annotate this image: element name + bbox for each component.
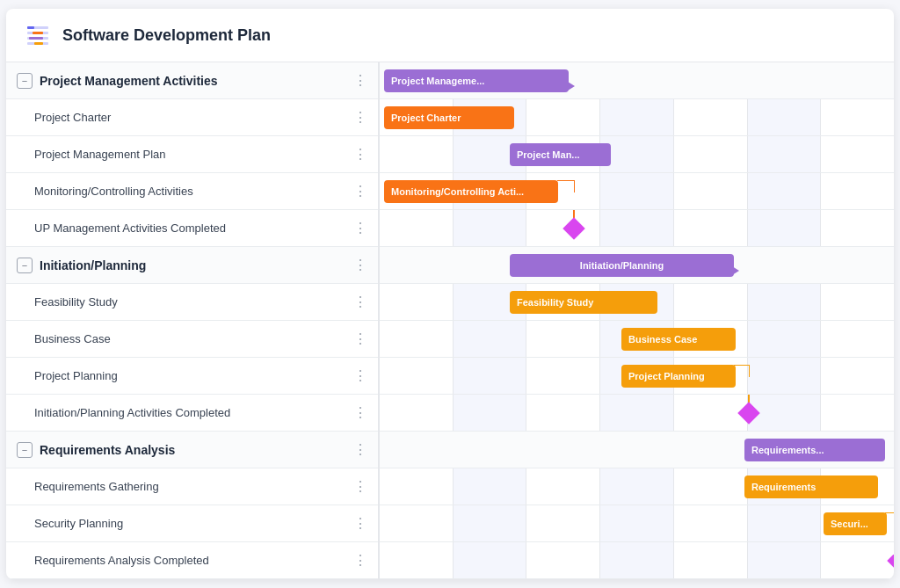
task-row-project-charter: Project Charter ⋮ bbox=[6, 99, 378, 136]
task-label-initiation-completed: Initiation/Planning Activities Completed bbox=[34, 406, 350, 419]
svg-rect-3 bbox=[33, 32, 43, 34]
bar-connector-initiation bbox=[732, 266, 739, 275]
bar-feasibility[interactable]: Feasibility Study bbox=[510, 291, 657, 314]
group-label-initiation: Initiation/Planning bbox=[40, 258, 350, 272]
dots-initiation[interactable]: ⋮ bbox=[350, 255, 371, 275]
task-row-initiation-completed: Initiation/Planning Activities Completed… bbox=[6, 395, 378, 432]
chart-row-feasibility: Feasibility Study bbox=[380, 284, 894, 321]
connector-project-planning bbox=[734, 365, 750, 377]
bar-connector-project-mgmt bbox=[568, 82, 575, 91]
chart-row-up-mgmt bbox=[380, 210, 894, 247]
dots-project-mgmt-plan[interactable]: ⋮ bbox=[350, 144, 371, 164]
task-row-security-planning: Security Planning ⋮ bbox=[6, 505, 378, 542]
dots-monitoring[interactable]: ⋮ bbox=[350, 181, 371, 201]
task-row-req-gathering: Requirements Gathering ⋮ bbox=[6, 468, 378, 505]
task-label-project-charter: Project Charter bbox=[34, 111, 350, 124]
chart-area: Project Manageme... Project Charter Proj… bbox=[380, 62, 894, 579]
task-row-business-case: Business Case ⋮ bbox=[6, 321, 378, 358]
task-row-project-mgmt-plan: Project Management Plan ⋮ bbox=[6, 136, 378, 173]
task-label-project-planning: Project Planning bbox=[34, 369, 350, 382]
bar-project-mgmt-plan[interactable]: Project Man... bbox=[510, 143, 611, 166]
milestone-up-mgmt bbox=[562, 217, 584, 239]
bar-initiation[interactable]: Initiation/Planning bbox=[510, 254, 734, 277]
bar-project-mgmt[interactable]: Project Manageme... bbox=[384, 69, 569, 92]
chart-row-requirements-group: Requirements... bbox=[380, 432, 894, 468]
task-label-security-planning: Security Planning bbox=[34, 517, 350, 530]
chart-row-req-gathering: Requirements bbox=[380, 468, 894, 505]
dots-security-planning[interactable]: ⋮ bbox=[350, 513, 371, 534]
chart-row-project-planning: Project Planning bbox=[380, 358, 894, 395]
chart-row-monitoring: Monitoring/Controlling Acti... bbox=[380, 173, 894, 210]
dots-project-charter[interactable]: ⋮ bbox=[350, 107, 371, 127]
dots-req-gathering[interactable]: ⋮ bbox=[350, 476, 371, 497]
task-list: − Project Management Activities ⋮ Projec… bbox=[6, 62, 380, 579]
connector-security-planning bbox=[885, 512, 894, 525]
dots-business-case[interactable]: ⋮ bbox=[350, 329, 371, 349]
collapse-btn-project-mgmt[interactable]: − bbox=[17, 73, 33, 89]
chart-row-project-mgmt-plan: Project Man... bbox=[380, 136, 894, 173]
svg-rect-5 bbox=[29, 37, 43, 40]
app-title: Software Development Plan bbox=[62, 26, 271, 45]
chart-row-security-planning: Securi... bbox=[380, 505, 894, 542]
dots-project-planning[interactable]: ⋮ bbox=[350, 366, 371, 386]
task-label-req-gathering: Requirements Gathering bbox=[34, 480, 350, 493]
group-row-project-mgmt: − Project Management Activities ⋮ bbox=[6, 62, 378, 99]
task-label-business-case: Business Case bbox=[34, 332, 350, 345]
task-row-req-completed: Requirements Analysis Completed ⋮ bbox=[6, 542, 378, 579]
dots-feasibility[interactable]: ⋮ bbox=[350, 292, 371, 312]
task-row-project-planning: Project Planning ⋮ bbox=[6, 358, 378, 395]
dots-req-completed[interactable]: ⋮ bbox=[350, 550, 371, 570]
dots-requirements[interactable]: ⋮ bbox=[350, 439, 371, 460]
bar-project-charter[interactable]: Project Charter bbox=[384, 106, 514, 129]
bar-monitoring[interactable]: Monitoring/Controlling Acti... bbox=[384, 180, 558, 203]
task-label-monitoring: Monitoring/Controlling Activities bbox=[34, 185, 350, 198]
chart-row-business-case: Business Case bbox=[380, 321, 894, 358]
task-label-project-mgmt-plan: Project Management Plan bbox=[34, 148, 350, 161]
chart-row-initiation-completed bbox=[380, 395, 894, 432]
bar-requirements[interactable]: Requirements... bbox=[744, 439, 885, 461]
group-label-project-mgmt: Project Management Activities bbox=[40, 74, 350, 88]
chart-row-project-mgmt-group: Project Manageme... bbox=[380, 62, 894, 99]
task-row-up-mgmt: UP Management Activities Completed ⋮ bbox=[6, 210, 378, 247]
task-row-feasibility: Feasibility Study ⋮ bbox=[6, 284, 378, 321]
group-row-initiation: − Initiation/Planning ⋮ bbox=[6, 247, 378, 284]
chart-row-project-charter: Project Charter bbox=[380, 99, 894, 136]
chart-row-initiation-group: Initiation/Planning bbox=[380, 247, 894, 284]
bar-req-gathering[interactable]: Requirements bbox=[744, 475, 878, 498]
dots-initiation-completed[interactable]: ⋮ bbox=[350, 403, 371, 423]
app-header: Software Development Plan bbox=[6, 9, 894, 62]
bar-project-planning[interactable]: Project Planning bbox=[621, 365, 736, 388]
dots-project-mgmt[interactable]: ⋮ bbox=[350, 70, 371, 91]
bar-business-case[interactable]: Business Case bbox=[621, 328, 736, 351]
connector-monitoring bbox=[557, 180, 575, 192]
collapse-btn-initiation[interactable]: − bbox=[17, 258, 33, 273]
chart-row-req-completed bbox=[380, 542, 894, 579]
milestone-req-completed bbox=[887, 549, 894, 571]
dots-up-mgmt[interactable]: ⋮ bbox=[350, 218, 371, 238]
task-label-req-completed: Requirements Analysis Completed bbox=[34, 554, 350, 567]
task-row-monitoring: Monitoring/Controlling Activities ⋮ bbox=[6, 173, 378, 210]
bar-security-planning[interactable]: Securi... bbox=[824, 512, 887, 535]
svg-rect-7 bbox=[34, 42, 43, 45]
collapse-btn-requirements[interactable]: − bbox=[17, 442, 33, 458]
milestone-initiation-completed bbox=[737, 402, 759, 424]
group-row-requirements: − Requirements Analysis ⋮ bbox=[6, 432, 378, 468]
svg-rect-1 bbox=[27, 26, 34, 29]
task-label-up-mgmt: UP Management Activities Completed bbox=[34, 221, 350, 235]
task-label-feasibility: Feasibility Study bbox=[34, 295, 350, 309]
group-label-requirements: Requirements Analysis bbox=[40, 443, 350, 457]
gantt-wrapper: − Project Management Activities ⋮ Projec… bbox=[6, 62, 894, 579]
gantt-icon bbox=[24, 21, 52, 49]
app-container: Software Development Plan − Project Mana… bbox=[6, 9, 894, 579]
